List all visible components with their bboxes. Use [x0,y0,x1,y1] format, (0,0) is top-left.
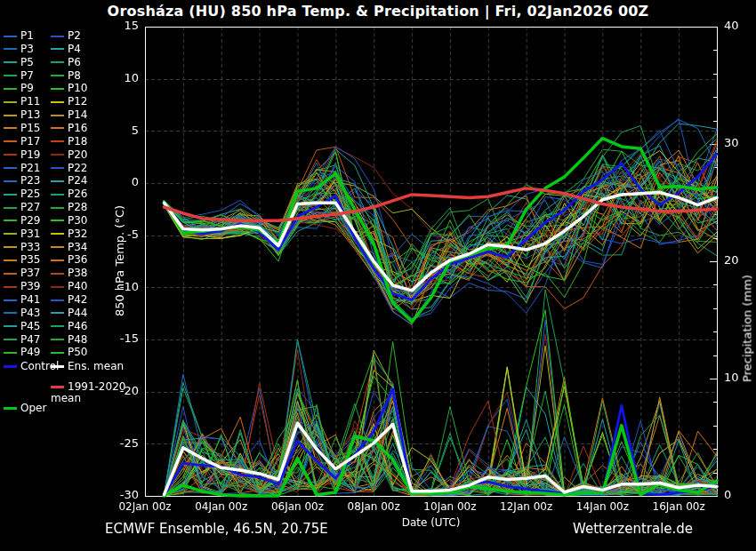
legend-member-p35-label: P35 [20,253,41,266]
legend-member-p44: P44 [51,307,88,320]
legend-member-p34: P34 [51,241,88,254]
legend-member-p41: P41 [4,293,41,307]
legend-member-p9-label: P9 [20,82,34,94]
footer-branding: Wetterzentrale.de [573,521,693,537]
legend-member-p16-label: P16 [68,122,88,134]
legend-member-p32-label: P32 [68,228,88,240]
legend-member-p17-label: P17 [20,135,41,148]
legend-member-p34-label: P34 [68,241,88,253]
legend-member-p45-label: P45 [20,320,41,332]
legend-member-p21: P21 [4,162,41,175]
legend-member-p23: P23 [4,174,41,188]
legend-member-p14: P14 [51,108,88,122]
legend-member-p33-label: P33 [20,241,41,253]
legend-member-p18-label: P18 [68,135,88,148]
legend-member-p1-label: P1 [20,29,34,42]
legend-member-p31: P31 [4,228,41,241]
legend-member-p37-swatch [4,273,17,275]
y-axis-label-precipitation: Precipitation (mm) [741,231,754,427]
y-axis-label-temperature: 850 hPa Temp. (°C) [113,164,126,359]
legend-member-p29-label: P29 [20,214,41,227]
legend-member-p48-swatch [51,339,64,340]
legend-member-p20-label: P20 [68,148,88,161]
legend-member-p47-label: P47 [20,333,41,346]
legend-member-p41-label: P41 [20,293,41,306]
legend-member-p5-label: P5 [20,56,34,68]
legend-member-p6: P6 [51,56,81,69]
legend-member-p7-swatch [4,75,17,76]
legend-member-p17: P17 [4,135,41,148]
legend-member-p48-label: P48 [68,333,88,346]
legend-member-p7: P7 [4,69,34,83]
legend-member-p12-label: P12 [68,95,88,108]
legend-oper-label: Oper [20,402,46,414]
legend-member-p11-swatch [4,101,17,103]
legend-member-p12-swatch [51,101,64,103]
legend-member-p39: P39 [4,280,41,293]
legend-member-p21-label: P21 [20,162,41,174]
legend-member-p9-swatch [4,88,17,90]
legend-member-p4: P4 [51,43,81,56]
legend-member-p6-label: P6 [68,56,81,68]
legend-member-p20-swatch [51,154,64,156]
legend-member-p13: P13 [4,108,41,122]
legend-member-p17-swatch [4,140,17,142]
legend-member-p38: P38 [51,267,88,280]
legend-member-p28: P28 [51,201,88,214]
legend-member-p36: P36 [51,253,88,267]
legend-member-p27-label: P27 [20,201,41,213]
legend-member-p2: P2 [51,29,81,43]
legend-member-p37: P37 [4,267,41,280]
legend-member-p45: P45 [4,320,41,333]
legend-member-p42: P42 [51,293,88,307]
legend-member-p4-label: P4 [68,43,81,55]
legend-control-swatch [4,365,17,368]
legend-member-p45-swatch [4,325,17,327]
legend-oper-swatch [4,407,17,410]
legend-member-p7-label: P7 [20,69,34,82]
legend-member-p13-label: P13 [20,108,41,121]
legend-member-p46-label: P46 [68,320,88,332]
legend-member-p11-label: P11 [20,95,41,108]
legend-member-p49-label: P49 [20,346,41,358]
legend-member-p48: P48 [51,333,88,347]
legend-member-p22: P22 [51,162,88,175]
legend-member-p8-label: P8 [68,69,81,82]
legend-1991-2020-mean-label: 1991-2020mean [51,380,125,404]
legend-member-p33: P33 [4,241,41,254]
legend-member-p32-swatch [51,233,64,235]
legend-member-p2-label: P2 [68,29,81,42]
legend-member-p34-swatch [51,246,64,248]
legend-oper: Oper [4,402,46,415]
legend-member-p38-swatch [51,273,64,275]
legend-member-p13-swatch [4,115,17,116]
legend-member-p24-swatch [51,180,64,182]
legend-member-p3: P3 [4,43,34,56]
legend-member-p28-label: P28 [68,201,88,213]
legend-member-p19-label: P19 [20,148,41,161]
legend-member-p24: P24 [51,174,88,188]
legend-member-p1: P1 [4,29,34,43]
legend-member-p26: P26 [51,188,88,201]
legend-member-p47: P47 [4,333,41,347]
legend-member-p50-label: P50 [68,346,88,358]
legend-member-p41-swatch [4,299,17,301]
legend-member-p4-swatch [51,48,64,50]
legend-member-p44-swatch [51,312,64,314]
legend-member-p31-swatch [4,233,17,235]
legend-member-p15: P15 [4,122,41,135]
legend-member-p50: P50 [51,346,88,359]
legend-member-p50-swatch [51,352,64,354]
legend-member-p3-swatch [4,48,17,50]
legend-member-p28-swatch [51,207,64,209]
footer-model-info: ECMWF Ensemble, 46.5N, 20.75E [105,521,328,537]
legend-member-p25-swatch [4,194,17,196]
legend-member-p46-swatch [51,325,64,327]
legend-member-p27-swatch [4,207,17,209]
legend-member-p21-swatch [4,167,17,169]
legend-member-p14-swatch [51,115,64,116]
legend-member-p36-swatch [51,260,64,261]
ensemble-meteogram: Orosháza (HU) 850 hPa Temp. & Precipitat… [0,0,756,551]
legend-member-p5-swatch [4,61,17,63]
legend-member-p16-swatch [51,127,64,129]
